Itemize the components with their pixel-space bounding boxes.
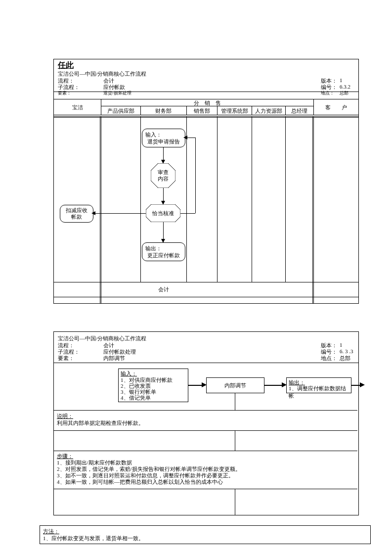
- col-finance: 财务部: [140, 107, 186, 115]
- flow-review-label: 审查 内容: [151, 169, 175, 182]
- b-loc-label: 地点：: [321, 355, 337, 362]
- flow-approve-octagon: 恰当核准: [146, 204, 180, 222]
- flow-output-box: 输出： 更正应付帐款: [142, 242, 185, 261]
- doc-title: 任此: [58, 60, 74, 71]
- num-value: 6.3.2: [340, 84, 350, 90]
- col-cust: 客 户: [313, 104, 358, 111]
- method-l1: 1、应付帐款变更与发票，退货单相一致。: [43, 535, 144, 542]
- flow-input-box: 输入： 退货申请报告: [142, 129, 185, 147]
- flow-deduct-label: 扣减应收 帐款: [60, 207, 93, 220]
- flow-deduct-box: 扣减应收 帐款: [60, 205, 93, 223]
- flow-input-label: 退货申请报告: [142, 138, 185, 145]
- footer-accounting: 会计: [140, 286, 186, 293]
- b-input-l4: 4、借记凭单: [121, 394, 151, 402]
- col-group-title: 分 销 售: [101, 99, 313, 107]
- b-header: 宝洁公司—中国/分销商核心工作流程: [58, 335, 146, 342]
- b-process-box: 内部调节: [206, 377, 264, 393]
- top-panel: 任此 宝洁公司—中国/分销商核心工作流程 流程： 会计 子流程： 应付帐款 要素…: [53, 59, 359, 304]
- b-process-label: 内部调节: [207, 382, 264, 389]
- bottom-panel: 宝洁公司—中国/分销商核心工作流程 流程： 会计 子流程： 应付帐款处理 要素：…: [53, 331, 359, 515]
- b-desc-box: 说明： 利用其内部单据定期检查应付帐款。: [54, 410, 357, 431]
- b-num-value: 6. 3 .3: [340, 348, 353, 354]
- flow-approve-label: 恰当核准: [146, 210, 180, 217]
- flow-input-title: 输入：: [145, 131, 162, 139]
- col-hr: 人力资源部: [252, 107, 285, 115]
- b-input-box: 输入： 1、对供应商应付帐款 2、已收发票 3、银行对帐单 4、借记凭单: [118, 369, 188, 402]
- col-gm: 总经理: [285, 107, 313, 115]
- loc-label: 地点：: [321, 90, 334, 96]
- col-mis: 管理系统部: [217, 107, 252, 115]
- b-output-box: 输出： 1、调整应付帐款数据结帐: [286, 377, 351, 393]
- b-desc-l1: 利用其内部单据定期检查应付帐款。: [57, 419, 144, 427]
- loc-value: 总部: [340, 90, 348, 96]
- row3-label: 要素：: [58, 90, 71, 96]
- b-row3-value: 内部调节: [103, 355, 125, 362]
- col-baojie: 宝洁: [54, 104, 101, 111]
- header-line: 宝洁公司—中国/分销商核心工作流程: [58, 70, 146, 78]
- col-supply: 产品供应部: [101, 107, 140, 115]
- method-title: 方法：: [43, 528, 59, 535]
- row3-value: 退货/损坏处理: [103, 90, 131, 96]
- b-desc-title: 说明：: [57, 413, 73, 420]
- b-row3-label: 要素：: [58, 355, 74, 362]
- b-steps-l4: 4、如果一致，则可结帐—把费用总额归入总帐以划入恰当的成本中心: [57, 478, 223, 486]
- flow-output-title: 输出：: [145, 245, 162, 252]
- method-panel: 方法： 1、应付帐款变更与发票，退货单相一致。: [40, 525, 371, 544]
- b-steps-box: 步骤： 1、接到期出/期末应付帐款数据 2、对照发票，借记凭单，索赔/损失报告和…: [54, 451, 357, 489]
- b-ver-value: 1: [340, 342, 343, 348]
- flow-review-octagon: 审查 内容: [151, 163, 175, 188]
- b-loc-value: 总部: [340, 355, 350, 362]
- b-output-l1: 1、调整应付帐款数据结帐: [289, 385, 351, 400]
- col-sales: 销售部: [186, 107, 217, 115]
- flow-output-label: 更正应付帐款: [142, 252, 185, 259]
- ver-value: 1: [340, 77, 343, 83]
